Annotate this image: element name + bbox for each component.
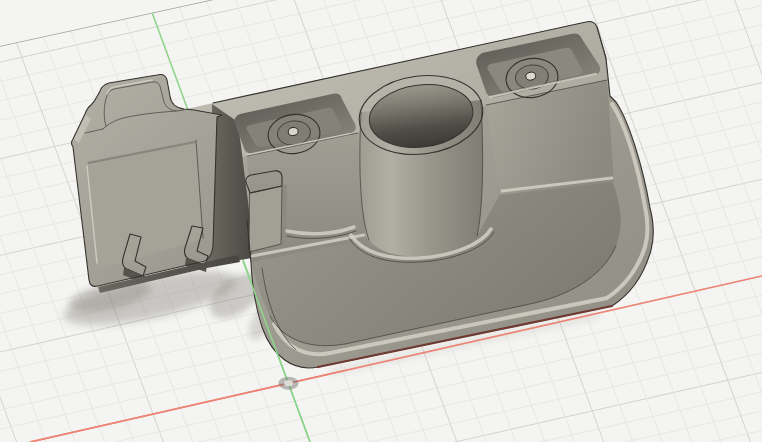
origin-marker[interactable] [279,377,299,390]
viewport-canvas[interactable] [0,0,762,442]
stub-front-face[interactable] [249,186,282,252]
origin-center [284,380,293,386]
cad-viewport[interactable] [0,0,762,442]
